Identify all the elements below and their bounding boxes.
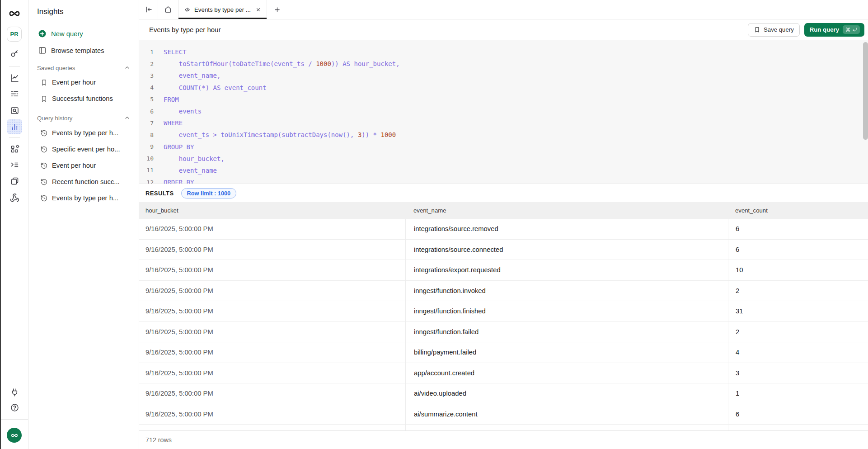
saved-query-item-successful-functions[interactable]: Successful functions xyxy=(28,90,139,107)
bookmark-icon xyxy=(40,95,48,103)
code-text: ORDER BY xyxy=(164,179,194,184)
rail-item-windows[interactable] xyxy=(7,173,22,189)
bar-chart-icon xyxy=(10,122,19,132)
result-row: 9/16/2025, 5:00:00 PMintegrations/source… xyxy=(139,219,868,240)
rail-item-help[interactable] xyxy=(7,400,22,415)
cell-event-count: 2 xyxy=(728,322,868,342)
saved-query-item-event-per-hour[interactable]: Event per hour xyxy=(28,74,139,90)
cell-event-count: 6 xyxy=(728,219,868,239)
tab-events-by-type[interactable]: Events by type per ... xyxy=(178,0,267,19)
avatar-logo-icon xyxy=(10,431,19,440)
code-line: 10 hour_bucket, xyxy=(139,153,868,165)
cell-event-count: 2 xyxy=(728,281,868,301)
save-query-button[interactable]: Save query xyxy=(748,23,800,37)
rail-item-bar-chart[interactable] xyxy=(7,119,22,134)
plug-icon xyxy=(10,388,19,397)
item-label: Events by type per h... xyxy=(52,129,118,137)
history-icon xyxy=(40,146,48,153)
user-avatar[interactable] xyxy=(7,428,22,443)
code-line: 5FROM xyxy=(139,94,868,105)
history-item-specific-event-per-ho[interactable]: Specific event per ho... xyxy=(28,141,139,157)
action-label: Browse templates xyxy=(51,47,104,54)
app-root: PR Insights New queryBrowse templatesSav… xyxy=(0,0,868,449)
code-line: 12ORDER BY xyxy=(139,176,868,184)
cell-event-name: ai/video.uploaded xyxy=(405,383,728,404)
chevron-up-icon[interactable] xyxy=(124,114,131,121)
rows-count: 712 rows xyxy=(145,436,172,444)
row-limit-badge[interactable]: Row limit : 1000 xyxy=(181,188,237,199)
title-bar: Events by type per hour Save query Run q… xyxy=(139,19,868,40)
key-icon xyxy=(10,48,19,58)
main-panel: Events by type per ... Events by type pe… xyxy=(139,0,868,449)
editor-scrollbar[interactable] xyxy=(863,42,868,140)
plus-circle-icon xyxy=(38,29,47,38)
chevron-up-icon[interactable] xyxy=(124,64,131,71)
cell-event-name: integrations/source.connected xyxy=(405,240,728,260)
code-text: event_name, xyxy=(164,72,221,79)
result-row: 9/16/2025, 5:00:00 PMintegrations/export… xyxy=(139,260,868,281)
cell-hour-bucket: 9/16/2025, 5:00:00 PM xyxy=(139,322,405,342)
save-query-label: Save query xyxy=(764,26,794,33)
workspace-badge[interactable]: PR xyxy=(7,27,22,42)
run-query-button[interactable]: Run query xyxy=(804,23,864,37)
cell-hour-bucket: 9/16/2025, 5:00:00 PM xyxy=(139,404,405,425)
insights-sidebar: Insights New queryBrowse templatesSaved … xyxy=(28,0,139,449)
new-query-button[interactable]: New query xyxy=(28,25,139,42)
line-number: 11 xyxy=(139,167,154,174)
collapse-sidebar-button[interactable] xyxy=(139,0,158,19)
windows-icon xyxy=(10,176,19,186)
rail-item-key[interactable] xyxy=(7,45,22,61)
inngest-logo-button[interactable] xyxy=(7,6,22,21)
rail-item-list-filter[interactable] xyxy=(7,86,22,101)
cell-event-count: 31 xyxy=(728,301,868,321)
browse-templates-button[interactable]: Browse templates xyxy=(28,42,139,59)
rail-divider xyxy=(9,137,20,138)
line-number: 6 xyxy=(139,108,154,115)
line-chart-icon xyxy=(10,73,19,83)
workspace-badge-label: PR xyxy=(10,31,18,38)
history-item-recent-function-succ[interactable]: Recent function succ... xyxy=(28,174,139,190)
panel-collapse-icon xyxy=(145,5,153,14)
code-text: hour_bucket, xyxy=(164,155,225,162)
rail-item-terminal[interactable] xyxy=(7,157,22,172)
return-icon xyxy=(852,27,857,32)
line-number: 5 xyxy=(139,96,154,103)
cell-event-count: 1 xyxy=(728,383,868,404)
screen-edge xyxy=(0,0,1,449)
cell-hour-bucket: 9/16/2025, 5:00:00 PM xyxy=(139,383,405,404)
cell-event-name: inngest/function.failed xyxy=(405,322,728,342)
webhook-icon xyxy=(10,193,19,203)
history-icon xyxy=(40,162,48,170)
new-tab-button[interactable] xyxy=(267,0,287,19)
sql-editor[interactable]: 1SELECT2 toStartOfHour(toDateTime(event_… xyxy=(139,40,868,184)
terminal-icon xyxy=(10,160,19,170)
close-icon[interactable] xyxy=(255,7,261,13)
cell-hour-bucket: 9/16/2025, 5:00:00 PM xyxy=(139,260,405,280)
history-item-event-per-hour[interactable]: Event per hour xyxy=(28,157,139,174)
cell-hour-bucket: 9/16/2025, 5:00:00 PM xyxy=(139,219,405,239)
line-number: 12 xyxy=(139,179,154,184)
code-line: 1SELECT xyxy=(139,46,868,58)
item-label: Event per hour xyxy=(52,162,96,169)
home-tab-button[interactable] xyxy=(158,0,178,19)
code-text: WHERE xyxy=(164,119,183,127)
column-header-event-count: event_count xyxy=(728,207,868,214)
line-number: 2 xyxy=(139,61,154,67)
line-number: 4 xyxy=(139,84,154,91)
code-text: event_name xyxy=(164,167,217,174)
rail-item-webhook[interactable] xyxy=(7,190,22,205)
result-row: 9/16/2025, 5:00:00 PMintegrations/source… xyxy=(139,240,868,260)
section-label: Query history xyxy=(37,115,72,122)
rail-item-line-chart[interactable] xyxy=(7,70,22,85)
rail-item-doc-search[interactable] xyxy=(7,103,22,118)
code-line: 7WHERE xyxy=(139,117,868,129)
history-icon xyxy=(40,129,48,137)
rail-item-apps-grid[interactable] xyxy=(7,141,22,156)
cell-hour-bucket xyxy=(139,425,405,430)
history-item-events-by-type-per-h[interactable]: Events by type per h... xyxy=(28,190,139,206)
result-row: 9/16/2025, 5:00:00 PMinngest/function.fa… xyxy=(139,322,868,343)
rail-item-plug[interactable] xyxy=(7,384,22,400)
code-text: GROUP BY xyxy=(164,143,194,151)
history-icon xyxy=(40,178,48,186)
history-item-events-by-type-per-h[interactable]: Events by type per h... xyxy=(28,125,139,141)
